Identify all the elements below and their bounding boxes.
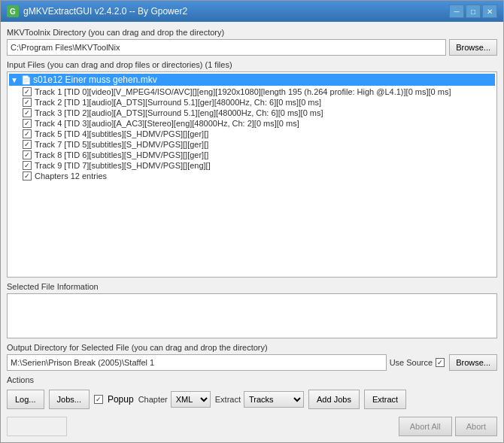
chapter-label: Chapter	[138, 395, 168, 404]
close-button[interactable]: ✕	[482, 5, 497, 18]
mkv-toolnix-input[interactable]	[7, 39, 446, 56]
track-checkbox-8[interactable]	[23, 171, 32, 181]
track-item-0: Track 1 [TID 0][video][V_MPEG4/ISO/AVC][…	[21, 86, 495, 97]
track-item-6: Track 8 [TID 6][subtitles][S_HDMV/PGS][]…	[21, 150, 495, 160]
input-files-label: Input Files (you can drag and drop files…	[7, 60, 497, 69]
mkv-toolnix-section: MKVToolnix Directory (you can drag and d…	[7, 28, 497, 56]
use-source-checkbox[interactable]	[436, 358, 445, 367]
chapter-format-select[interactable]: XML OGM	[171, 391, 211, 408]
root-file-name: s01e12 Einer muss gehen.mkv	[33, 74, 157, 85]
chapter-row: Chapter XML OGM	[138, 391, 211, 408]
window-title: gMKVExtractGUI v2.4.2.0 -- By Gpower2	[23, 6, 187, 17]
tree-root-item[interactable]: ▼ 📄 s01e12 Einer muss gehen.mkv	[9, 74, 495, 86]
track-label-5: Track 7 [TID 5][subtitles][S_HDMV/PGS][]…	[35, 140, 208, 149]
title-bar-controls: ─ □ ✕	[449, 5, 497, 18]
selected-info-box	[7, 293, 497, 338]
actions-row: Log... Jobs... Popup Chapter XML OGM Ext…	[7, 390, 497, 409]
bottom-left-placeholder	[7, 417, 396, 438]
extract-button[interactable]: Extract	[364, 390, 406, 409]
output-dir-row: Use Source Browse...	[7, 354, 497, 371]
output-dir-label: Output Directory for Selected File (you …	[7, 343, 497, 352]
track-item-7: Track 9 [TID 7][subtitles][S_HDMV/PGS][]…	[21, 160, 495, 171]
track-item-1: Track 2 [TID 1][audio][A_DTS][Surround 5…	[21, 97, 495, 108]
actions-label: Actions	[7, 375, 497, 384]
title-bar: G gMKVExtractGUI v2.4.2.0 -- By Gpower2 …	[1, 1, 503, 22]
track-checkbox-0[interactable]	[23, 87, 32, 96]
tree-children: Track 1 [TID 0][video][V_MPEG4/ISO/AVC][…	[9, 86, 495, 181]
maximize-button[interactable]: □	[466, 5, 481, 18]
track-label-0: Track 1 [TID 0][video][V_MPEG4/ISO/AVC][…	[35, 87, 451, 96]
app-icon: G	[7, 5, 19, 17]
track-checkbox-7[interactable]	[23, 161, 32, 170]
track-checkbox-6[interactable]	[23, 150, 32, 159]
track-item-8: Chapters 12 entries	[21, 171, 495, 181]
selected-info-section: Selected File Information	[7, 282, 497, 338]
track-checkbox-4[interactable]	[23, 129, 32, 138]
output-dir-input[interactable]	[7, 354, 387, 371]
folder-icon: 📄	[21, 75, 32, 85]
actions-section: Actions Log... Jobs... Popup Chapter XML…	[7, 375, 497, 409]
track-checkbox-3[interactable]	[23, 119, 32, 128]
abort-all-button[interactable]: Abort All	[399, 417, 452, 436]
output-section: Output Directory for Selected File (you …	[7, 343, 497, 371]
track-label-8: Chapters 12 entries	[35, 171, 107, 181]
input-files-section: Input Files (you can drag and drop files…	[7, 60, 497, 278]
extract-label: Extract	[215, 395, 241, 404]
expand-icon: ▼	[11, 76, 18, 84]
track-item-4: Track 5 [TID 4][subtitles][S_HDMV/PGS][]…	[21, 129, 495, 139]
track-checkbox-2[interactable]	[23, 108, 32, 117]
main-window: G gMKVExtractGUI v2.4.2.0 -- By Gpower2 …	[0, 0, 504, 443]
mkv-toolnix-browse-button[interactable]: Browse...	[449, 39, 497, 56]
abort-button[interactable]: Abort	[455, 417, 497, 436]
mkv-toolnix-row: Browse...	[7, 39, 497, 56]
popup-label: Popup	[108, 394, 134, 405]
track-label-6: Track 8 [TID 6][subtitles][S_HDMV/PGS][]…	[35, 150, 208, 159]
track-item-3: Track 4 [TID 3][audio][A_AC3][Stereo][en…	[21, 118, 495, 129]
mkv-toolnix-label: MKVToolnix Directory (you can drag and d…	[7, 28, 497, 37]
file-tree[interactable]: ▼ 📄 s01e12 Einer muss gehen.mkv Track 1 …	[7, 71, 497, 278]
title-bar-left: G gMKVExtractGUI v2.4.2.0 -- By Gpower2	[7, 5, 187, 17]
track-label-4: Track 5 [TID 4][subtitles][S_HDMV/PGS][]…	[35, 129, 208, 138]
track-label-2: Track 3 [TID 2][audio][A_DTS][Surround 5…	[35, 108, 323, 117]
minimize-button[interactable]: ─	[449, 5, 464, 18]
use-source-label: Use Source	[390, 358, 433, 367]
track-checkbox-1[interactable]	[23, 98, 32, 107]
track-item-5: Track 7 [TID 5][subtitles][S_HDMV/PGS][]…	[21, 139, 495, 150]
popup-checkbox[interactable]	[94, 395, 103, 404]
extract-mode-row: Extract Tracks Attachments Cues Tags Cha…	[215, 391, 304, 408]
bottom-row: Abort All Abort	[7, 414, 497, 439]
add-jobs-button[interactable]: Add Jobs	[308, 390, 360, 409]
popup-row: Popup	[94, 394, 134, 405]
bottom-left-button	[7, 417, 67, 436]
track-label-3: Track 4 [TID 3][audio][A_AC3][Stereo][en…	[35, 119, 299, 128]
track-checkbox-5[interactable]	[23, 140, 32, 149]
track-item-2: Track 3 [TID 2][audio][A_DTS][Surround 5…	[21, 108, 495, 118]
log-button[interactable]: Log...	[7, 390, 44, 409]
output-dir-browse-button[interactable]: Browse...	[449, 354, 497, 371]
content-area: MKVToolnix Directory (you can drag and d…	[1, 22, 503, 442]
track-label-7: Track 9 [TID 7][subtitles][S_HDMV/PGS][]…	[35, 161, 211, 170]
jobs-button[interactable]: Jobs...	[49, 390, 90, 409]
selected-info-label: Selected File Information	[7, 282, 497, 291]
track-label-1: Track 2 [TID 1][audio][A_DTS][Surround 5…	[35, 98, 321, 107]
use-source-row: Use Source	[390, 358, 446, 367]
extract-mode-select[interactable]: Tracks Attachments Cues Tags Chapter Cue…	[244, 391, 304, 408]
